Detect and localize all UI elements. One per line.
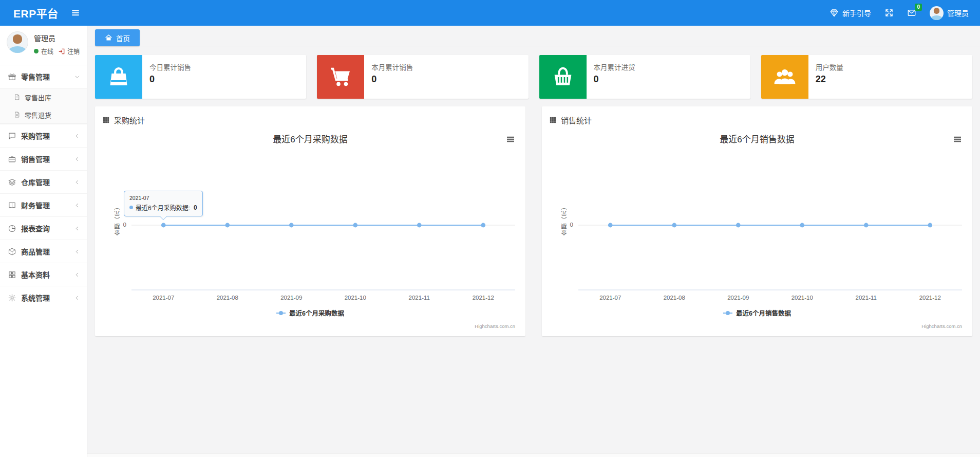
sidebar-item-7[interactable]: 商品管理 xyxy=(0,240,87,263)
x-tick-label: 2021-11 xyxy=(409,295,430,301)
x-tick-label: 2021-07 xyxy=(153,295,174,301)
user-panel: 管理员 在线 注销 xyxy=(0,26,87,62)
sidebar-subitem-label: 零售退货 xyxy=(25,110,87,120)
gift-icon xyxy=(8,72,16,81)
x-tick-label: 2021-12 xyxy=(473,295,494,301)
x-tick-label: 2021-10 xyxy=(345,295,366,301)
grid-icon xyxy=(8,270,16,279)
pie-icon xyxy=(8,224,16,233)
chevron-left-icon xyxy=(74,295,81,301)
sidebar-item-label: 销售管理 xyxy=(21,154,74,164)
legend-label: 最近6个月销售数据 xyxy=(736,308,791,318)
stat-card-label: 本月累计销售 xyxy=(371,62,413,72)
footer-strip xyxy=(87,453,980,457)
logout-link[interactable]: 注销 xyxy=(58,47,80,56)
legend-item[interactable]: 最近6个月销售数据 xyxy=(723,308,791,318)
chevron-left-icon xyxy=(74,225,81,232)
th-grid-icon xyxy=(102,116,110,124)
chevron-left-icon xyxy=(74,248,81,255)
sidebar-item-9[interactable]: 系统管理 xyxy=(0,286,87,309)
stat-card: 本月累计进货 0 xyxy=(539,55,750,99)
gear-icon xyxy=(8,294,16,302)
avatar xyxy=(7,31,28,53)
top-navbar: ERP平台 新手引导 0 管理员 xyxy=(0,0,980,26)
legend-item[interactable]: 最近6个月采购数据 xyxy=(276,308,344,318)
messages-badge: 0 xyxy=(915,4,922,11)
x-tick-label: 2021-10 xyxy=(791,295,813,301)
sidebar-submenu: 零售出库 零售退货 xyxy=(0,88,87,124)
stat-card-iconbox xyxy=(539,55,587,99)
tab-bar: 首页 xyxy=(87,26,980,46)
sidebar-subitem[interactable]: 零售退货 xyxy=(0,106,87,123)
guide-label: 新手引导 xyxy=(842,8,871,18)
sidebar-item-label: 系统管理 xyxy=(21,293,74,303)
sidebar-item-label: 报表查询 xyxy=(21,223,74,233)
cart-icon xyxy=(328,65,353,89)
legend-marker-icon xyxy=(276,313,286,314)
sidebar-item-label: 财务管理 xyxy=(21,200,74,210)
stat-card-label: 本月累计进货 xyxy=(594,62,635,72)
sidebar-item-8[interactable]: 基本资料 xyxy=(0,263,87,286)
panel-title: 采购统计 xyxy=(114,115,145,125)
briefcase-icon xyxy=(8,155,16,163)
expand-icon xyxy=(884,8,894,17)
x-tick-label: 2021-09 xyxy=(727,295,749,301)
chevron-left-icon xyxy=(74,133,81,139)
sidebar-item-label: 采购管理 xyxy=(21,131,74,141)
x-tick-label: 2021-09 xyxy=(280,295,302,301)
chevron-left-icon xyxy=(74,179,81,186)
sidebar-item-6[interactable]: 报表查询 xyxy=(0,216,87,240)
stat-card: 本月累计销售 0 xyxy=(317,55,528,99)
chevron-left-icon xyxy=(74,156,81,162)
bag-icon xyxy=(106,65,131,89)
logout-icon xyxy=(58,48,65,55)
chart-area: 最近6个月采购数据 金额（元） 最近6个月采购数据 Highcharts.com… xyxy=(102,127,518,330)
legend-label: 最近6个月采购数据 xyxy=(289,308,344,318)
x-tick-label: 2021-07 xyxy=(599,295,621,301)
stat-card-label: 用户数量 xyxy=(816,62,843,72)
gem-icon xyxy=(830,8,839,17)
series-dot-icon xyxy=(129,206,133,209)
guide-button[interactable]: 新手引导 xyxy=(830,8,871,18)
basket-icon xyxy=(551,65,575,89)
sidebar-username: 管理员 xyxy=(34,33,80,43)
chevron-down-icon xyxy=(74,74,81,80)
stat-card: 今日累计销售 0 xyxy=(95,55,306,99)
x-tick-label: 2021-08 xyxy=(664,295,685,301)
sidebar-item-2[interactable]: 采购管理 xyxy=(0,124,87,147)
tab-home[interactable]: 首页 xyxy=(95,29,140,46)
stat-card-value: 0 xyxy=(149,74,191,85)
doc-icon xyxy=(13,111,21,118)
highcharts-credit[interactable]: Highcharts.com.cn xyxy=(475,323,515,329)
content-area: 首页 今日累计销售 0 本月累计销售 0 本月累计进货 0 xyxy=(87,26,980,457)
box-icon xyxy=(8,247,16,256)
tooltip-series-label: 最近6个月采购数据: xyxy=(136,203,190,212)
online-status-label: 在线 xyxy=(41,47,53,56)
user-menu[interactable]: 管理员 xyxy=(930,6,969,20)
sidebar-item-3[interactable]: 销售管理 xyxy=(0,147,87,170)
stat-card-iconbox xyxy=(761,55,808,99)
navbar-username: 管理员 xyxy=(947,8,969,18)
app-brand[interactable]: ERP平台 xyxy=(0,5,68,21)
messages-button[interactable]: 0 xyxy=(907,8,916,17)
stat-card-value: 0 xyxy=(371,74,413,85)
x-tick-label: 2021-08 xyxy=(217,295,238,301)
fullscreen-button[interactable] xyxy=(884,8,894,17)
sidebar-subitem[interactable]: 零售出库 xyxy=(0,88,87,106)
sidebar-item-1[interactable]: 零售管理 xyxy=(0,65,87,88)
chart-area: 最近6个月销售数据 金额（元） 最近6个月销售数据 Highcharts.com… xyxy=(549,127,965,330)
y-tick-label: 0 xyxy=(556,222,573,228)
legend-marker-icon xyxy=(723,313,732,314)
highcharts-credit[interactable]: Highcharts.com.cn xyxy=(921,323,962,329)
sidebar-toggle-button[interactable] xyxy=(68,5,83,21)
sidebar-item-label: 零售管理 xyxy=(21,71,74,82)
tooltip-date: 2021-07 xyxy=(129,195,197,201)
home-icon xyxy=(105,34,112,42)
book-icon xyxy=(8,201,16,210)
x-tick-label: 2021-12 xyxy=(919,295,941,301)
sidebar-item-5[interactable]: 财务管理 xyxy=(0,193,87,216)
stat-card-value: 0 xyxy=(594,74,635,85)
sidebar-item-4[interactable]: 仓库管理 xyxy=(0,170,87,193)
stat-card-value: 22 xyxy=(816,74,843,85)
hamburger-icon xyxy=(70,8,81,18)
